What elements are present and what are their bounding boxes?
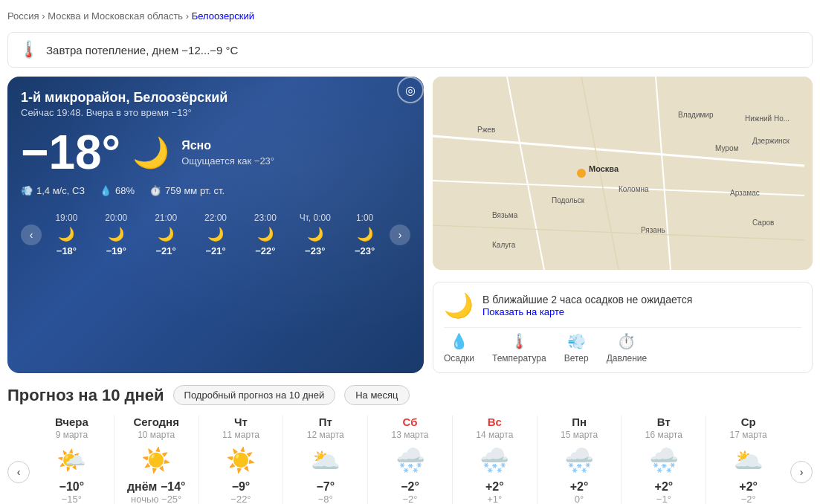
breadcrumb-beloozersky[interactable]: Белоозерский xyxy=(192,10,254,22)
forecast-day[interactable]: Пт 12 марта 🌥️ −7° −8° Облачно с проясне… xyxy=(283,416,367,504)
location-button[interactable]: ◎ xyxy=(397,77,424,103)
breadcrumb-sep-2: › xyxy=(186,10,192,22)
map-area[interactable]: Москва Ржев Владимир Подольск Коломна Вя… xyxy=(433,77,813,270)
forecast-prev[interactable]: ‹ xyxy=(7,461,30,483)
weather-type-item[interactable]: 💧 Осадки xyxy=(444,332,474,364)
weather-type-icon: 💨 xyxy=(567,332,586,350)
weather-type-item[interactable]: 🌡️ Температура xyxy=(492,332,546,364)
current-temp: −18° xyxy=(21,129,120,176)
day-high: +2° xyxy=(712,480,784,494)
hourly-items: 19:00 🌙 −18° 20:00 🌙 −19° 21:00 🌙 −21° 2… xyxy=(42,208,390,261)
forecast-next[interactable]: › xyxy=(790,461,813,483)
day-low: −15° xyxy=(36,494,108,504)
forecast-section: Прогноз на 10 дней Подробный прогноз на … xyxy=(7,385,813,504)
day-icon: 🌨️ xyxy=(374,446,446,474)
forecast-day[interactable]: Сб 13 марта 🌨️ −2° −2° Небольшой снег xyxy=(367,416,452,504)
precip-row: 🌙 В ближайшие 2 часа осадков не ожидаетс… xyxy=(444,291,801,320)
forecast-day[interactable]: Вчера 9 марта 🌤️ −10° −15° xyxy=(30,416,114,504)
hourly-item: 20:00 🌙 −19° xyxy=(91,208,141,261)
precip-link[interactable]: Показать на карте xyxy=(482,306,564,317)
weather-type-label: Давление xyxy=(607,353,648,364)
day-icon: ☀️ xyxy=(120,446,193,474)
forecast-day[interactable]: Чт 11 марта ☀️ −9° −22° Ясно xyxy=(198,416,283,504)
day-high: днём −14° xyxy=(120,480,193,494)
pressure-stat: ⏱️ 759 мм рт. ст. xyxy=(149,185,225,196)
day-date: 9 марта xyxy=(36,430,108,440)
forecast-day[interactable]: Сегодня 10 марта ☀️ днём −14° ночью −25°… xyxy=(114,416,198,504)
hourly-icon: 🌙 xyxy=(45,226,88,242)
forecast-grid: ‹ Вчера 9 марта 🌤️ −10° −15° Сегодня 10 … xyxy=(7,416,813,504)
day-high: −2° xyxy=(374,480,446,494)
day-name: Вс xyxy=(459,416,531,428)
hourly-item: 22:00 🌙 −21° xyxy=(191,208,241,261)
pressure-value: 759 мм рт. ст. xyxy=(165,185,225,196)
hourly-time: 1:00 xyxy=(343,213,387,223)
humidity-value: 68% xyxy=(115,185,135,196)
breadcrumb-moscow[interactable]: Москва и Московская область xyxy=(48,10,183,22)
day-high: −9° xyxy=(205,480,277,494)
forecast-day[interactable]: Пн 15 марта 🌨️ +2° 0° Снег xyxy=(537,416,622,504)
svg-point-7 xyxy=(577,169,586,178)
wind-value: 1,4 м/с, СЗ xyxy=(36,185,85,196)
weather-type-label: Осадки xyxy=(444,353,474,364)
day-icon: 🌥️ xyxy=(712,446,784,474)
day-name: Сб xyxy=(374,416,446,428)
hourly-time: 19:00 xyxy=(45,213,88,223)
forecast-day[interactable]: Ср 17 марта 🌥️ +2° −2° Небольшой снег xyxy=(706,416,790,504)
stats-row: 💨 1,4 м/с, СЗ 💧 68% ⏱️ 759 мм рт. ст. xyxy=(21,185,410,196)
hourly-next[interactable]: › xyxy=(390,224,410,245)
forecast-day[interactable]: Вс 14 марта 🌨️ +2° +1° Снег xyxy=(452,416,537,504)
hourly-temp: −19° xyxy=(94,245,138,256)
breadcrumb-russia[interactable]: Россия xyxy=(7,10,39,22)
day-high: −7° xyxy=(289,480,361,494)
forecast-header: Прогноз на 10 дней Подробный прогноз на … xyxy=(7,385,813,405)
hourly-time: 21:00 xyxy=(144,213,188,223)
svg-text:Арзамас: Арзамас xyxy=(730,189,760,197)
day-high: −10° xyxy=(36,480,108,494)
card-location: 1-й микрорайон, Белоозёрский xyxy=(21,90,410,106)
hourly-temp: −18° xyxy=(45,245,88,256)
day-date: 12 марта xyxy=(289,430,361,440)
day-high: +2° xyxy=(627,480,700,494)
alert-text: Завтра потепление, днем −12...−9 °С xyxy=(46,44,238,56)
day-name: Пн xyxy=(543,416,616,428)
precip-info: В ближайшие 2 часа осадков не ожидается … xyxy=(482,294,692,317)
weather-types: 💧 Осадки 🌡️ Температура 💨 Ветер ⏱️ Давле… xyxy=(444,327,801,364)
day-icon: 🌨️ xyxy=(627,446,700,474)
forecast-day[interactable]: Вт 16 марта 🌨️ +2° −1° Небольшой снег xyxy=(621,416,706,504)
day-low: −2° xyxy=(712,494,784,504)
hourly-prev[interactable]: ‹ xyxy=(21,224,42,245)
day-name: Вт xyxy=(627,416,700,428)
hourly-icon: 🌙 xyxy=(243,226,287,242)
hourly-temp: −21° xyxy=(194,245,238,256)
wind-stat: 💨 1,4 м/с, СЗ xyxy=(21,185,85,196)
hourly-item: 1:00 🌙 −23° xyxy=(340,208,390,261)
svg-text:Дзержинск: Дзержинск xyxy=(752,137,790,145)
hourly-item: Чт, 0:00 🌙 −23° xyxy=(290,208,340,261)
weather-type-label: Температура xyxy=(492,353,546,364)
forecast-detailed-btn[interactable]: Подробный прогноз на 10 дней xyxy=(173,385,336,405)
hourly-icon: 🌙 xyxy=(343,226,387,242)
condition-text: Ясно xyxy=(181,139,274,152)
day-low: −22° xyxy=(205,494,277,504)
day-name: Пт xyxy=(289,416,361,428)
hourly-time: Чт, 0:00 xyxy=(293,213,337,223)
day-high: +2° xyxy=(543,480,616,494)
day-date: 13 марта xyxy=(374,430,446,440)
day-date: 15 марта xyxy=(543,430,616,440)
condition-icon: 🌙 xyxy=(132,135,170,170)
main-row: ◎ 1-й микрорайон, Белоозёрский Сейчас 19… xyxy=(7,77,813,373)
day-icon: 🌤️ xyxy=(36,446,108,474)
day-low: −1° xyxy=(627,494,700,504)
weather-type-item[interactable]: ⏱️ Давление xyxy=(607,332,648,364)
svg-text:Коломна: Коломна xyxy=(619,185,649,193)
day-name: Ср xyxy=(712,416,784,428)
hourly-temp: −22° xyxy=(243,245,287,256)
hourly-item: 19:00 🌙 −18° xyxy=(42,208,91,261)
day-date: 16 марта xyxy=(627,430,700,440)
alert-icon: 🌡️ xyxy=(19,40,39,59)
forecast-month-btn[interactable]: На месяц xyxy=(344,385,409,405)
precip-moon-icon: 🌙 xyxy=(444,291,474,320)
weather-type-item[interactable]: 💨 Ветер xyxy=(564,332,589,364)
hourly-time: 23:00 xyxy=(243,213,287,223)
